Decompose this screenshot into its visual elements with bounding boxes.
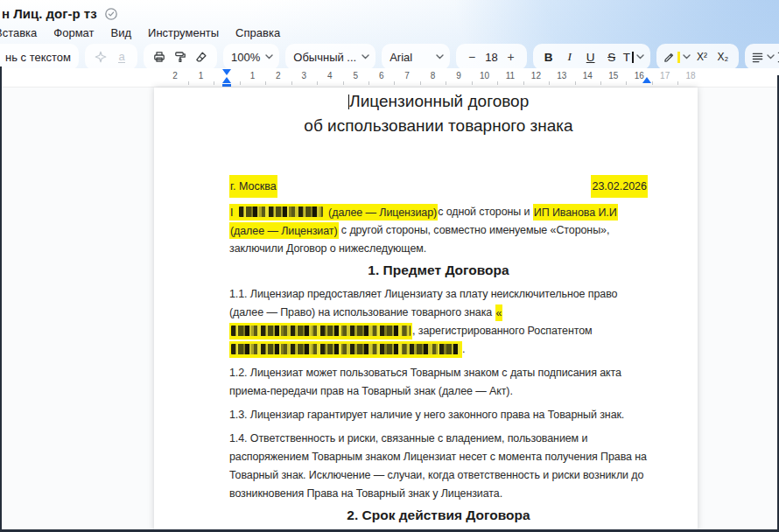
indent-marker-first-line[interactable]: [222, 69, 231, 75]
paragraph-1-1: 1.1. Лицензиар предоставляет Лицензиату …: [229, 285, 648, 359]
clear-formatting-eraser-button[interactable]: [192, 46, 211, 68]
font-size-decrease-button[interactable]: −: [462, 46, 481, 68]
ruler-tick: [600, 81, 601, 85]
ruler-tick: [240, 81, 241, 85]
ruler-number: 14: [583, 71, 593, 80]
body-text: , зарегистрированного Роспатентом: [412, 325, 593, 337]
chevron-down-icon: [683, 54, 691, 60]
app-header: н Лиц. дог-р тз Вставка Формат Вид Инстр…: [0, 0, 779, 68]
bold-button[interactable]: B: [539, 46, 558, 68]
indent-marker-left[interactable]: [222, 77, 231, 83]
highlighter-pen-icon: [663, 51, 676, 64]
chevron-down-icon: [436, 54, 444, 60]
menu-tools[interactable]: Инструменты: [148, 26, 219, 39]
letter-a-button[interactable]: a: [112, 46, 131, 68]
ruler-number: 9: [456, 71, 461, 80]
indent-marker-bar[interactable]: [222, 84, 231, 87]
paragraph-style-select[interactable]: Обычный ...: [285, 44, 375, 70]
ruler-number: 8: [431, 71, 436, 80]
subscript-button[interactable]: X₂: [713, 46, 733, 68]
underline-button[interactable]: U: [581, 46, 600, 68]
ruler-tick: [497, 81, 498, 85]
ruler-tick: [626, 81, 627, 85]
zoom-value: 100%: [229, 51, 262, 64]
saved-check-icon: [104, 7, 118, 21]
menu-bar: Вставка Формат Вид Инструменты Справка: [0, 23, 779, 42]
bold-glyph: B: [544, 51, 553, 64]
body-text: .: [462, 343, 465, 355]
ruler-tick: [343, 81, 344, 85]
highlighted-text: I: [229, 204, 237, 220]
menu-insert[interactable]: Вставка: [0, 26, 37, 39]
work-with-text-button[interactable]: нь с текстом: [0, 44, 79, 70]
ruler-tick: [317, 81, 318, 85]
ruler-tick: [265, 81, 266, 85]
text-case-glyph: T: [623, 51, 630, 64]
paragraph-1-4: 1.4. Ответственность и риски, связанные …: [229, 430, 648, 503]
ruler-tick: [291, 81, 292, 85]
font-size-increase-button[interactable]: +: [502, 46, 521, 68]
font-family-select[interactable]: Arial: [382, 44, 450, 70]
ruler-number: 7: [404, 71, 410, 80]
superscript-button[interactable]: X²: [692, 46, 712, 68]
print-button[interactable]: [150, 46, 169, 68]
chevron-down-icon: [361, 54, 369, 60]
ruler-number: 13: [557, 71, 566, 80]
chevron-down-icon: [265, 54, 273, 60]
text-style-group: B I U S T: [533, 44, 650, 70]
zoom-select[interactable]: 100%: [223, 44, 279, 70]
ruler-number: 12: [531, 71, 541, 80]
menu-help[interactable]: Справка: [235, 26, 280, 39]
italic-glyph: I: [567, 50, 572, 64]
superscript-glyph: X²: [697, 51, 707, 63]
underline-glyph: U: [586, 51, 595, 64]
document-page[interactable]: Лицензионный договор об использовании то…: [154, 88, 698, 531]
ruler-tick: [549, 81, 550, 85]
ruler-number: 6: [379, 71, 384, 80]
highlight-color-button[interactable]: [663, 46, 691, 68]
font-family-value: Arial: [388, 51, 414, 64]
ruler-number: 10: [480, 71, 489, 80]
format-painter-button[interactable]: [171, 46, 190, 68]
ruler-tick: [368, 81, 369, 85]
ruler-number: 3: [302, 71, 307, 80]
highlight-script-group: X² X₂: [656, 44, 739, 70]
menu-view[interactable]: Вид: [111, 26, 132, 39]
paragraph-group: 1 2: [745, 44, 779, 70]
section1-heading: 1. Предмет Договора: [229, 260, 648, 280]
ruler-number: 5: [353, 71, 358, 80]
menu-format[interactable]: Формат: [53, 26, 94, 39]
ruler-number: 18: [686, 71, 696, 80]
title-row: н Лиц. дог-р тз: [0, 0, 779, 21]
toolbar: нь с текстом a: [0, 42, 779, 70]
letter-a-glyph: a: [118, 51, 124, 63]
chevron-down-icon: [636, 54, 644, 60]
ruler-tick: [472, 81, 473, 85]
section2-heading: 2. Срок действия Договора: [229, 505, 648, 525]
ai-sparkle-button[interactable]: [91, 46, 110, 68]
redacted-text: [229, 341, 462, 358]
font-size-value[interactable]: 18: [483, 51, 499, 64]
body-text: с одной стороны и: [438, 206, 533, 218]
align-button[interactable]: [751, 46, 775, 68]
window-edge-left: [0, 66, 2, 532]
text-case-bar: [632, 52, 634, 63]
ruler-tick: [575, 81, 576, 85]
text-case-button[interactable]: T: [623, 46, 644, 68]
ruler-number: 2: [276, 71, 281, 80]
subscript-glyph: X₂: [718, 51, 729, 63]
ruler[interactable]: 21123456789101112131415161718: [0, 68, 779, 88]
work-with-text-label: нь с текстом: [4, 51, 73, 64]
ruler-number: 11: [506, 71, 515, 80]
strikethrough-button[interactable]: S: [602, 46, 621, 68]
strikethrough-glyph: S: [607, 51, 615, 64]
paragraph-1-2: 1.2. Лицензиат может пользоваться Товарн…: [229, 364, 648, 401]
chevron-down-icon: [767, 54, 775, 60]
output-group: [144, 44, 217, 70]
align-icon: [751, 51, 764, 64]
italic-button[interactable]: I: [560, 46, 579, 68]
ruler-number: 15: [608, 71, 618, 80]
city-text: г. Москва: [229, 175, 277, 198]
ruler-tick: [188, 81, 189, 85]
ruler-tick: [523, 81, 524, 85]
